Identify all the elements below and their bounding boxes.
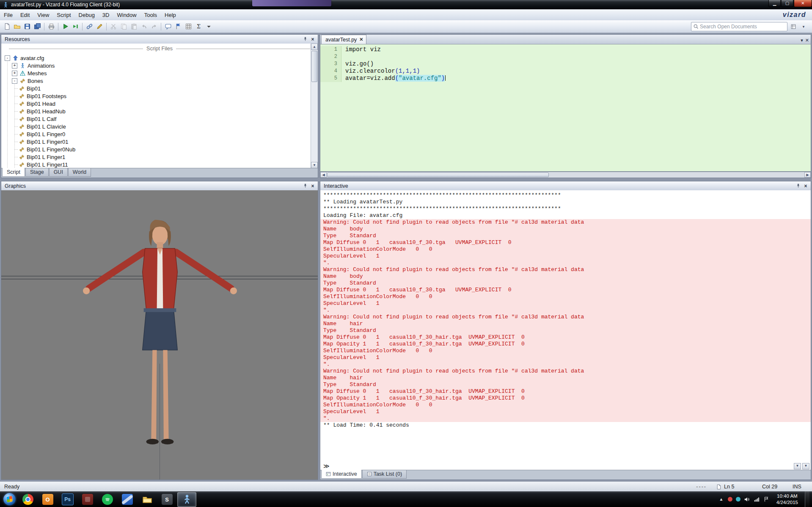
scroll-right-icon[interactable]: ▶ — [804, 172, 811, 178]
window-list-button[interactable] — [789, 22, 798, 31]
scrollbar-thumb[interactable] — [311, 51, 317, 82]
tree-item[interactable]: Bip01 L Finger0 — [4, 130, 318, 138]
tree-item[interactable]: Bip01 L Finger1 — [4, 153, 318, 161]
tree-item[interactable]: Bip01 Head — [4, 100, 318, 107]
tab-interactive[interactable]: Interactive — [321, 470, 362, 479]
tree-item[interactable]: Bip01 L Clavicle — [4, 123, 318, 130]
tab-script[interactable]: Script — [2, 168, 25, 177]
toolbar-options-button[interactable] — [204, 22, 214, 31]
close-button[interactable]: ✕ — [794, 0, 812, 7]
bookmark-button[interactable] — [173, 22, 183, 31]
console-expand-icon[interactable]: ▼ — [794, 463, 801, 469]
toolbar-overflow-button[interactable]: ▾ — [799, 22, 808, 31]
tree-item[interactable]: -Bones — [4, 77, 318, 85]
search-input[interactable] — [699, 23, 785, 30]
graphics-header[interactable]: Graphics × — [1, 181, 318, 191]
tree-item[interactable]: -avatar.cfg — [4, 54, 318, 62]
menu-item-3d[interactable]: 3D — [99, 10, 113, 20]
insert-link-button[interactable] — [84, 22, 94, 31]
taskbar-app-app-gray[interactable]: S — [157, 492, 176, 507]
scroll-left-icon[interactable]: ◀ — [320, 172, 327, 178]
taskbar-app-photoshop[interactable]: Ps — [58, 492, 77, 507]
run-current-button[interactable] — [70, 22, 80, 31]
menu-item-script[interactable]: Script — [53, 10, 74, 20]
taskbar-app-app-blue[interactable] — [118, 492, 137, 507]
tree-item[interactable]: Bip01 L Finger01 — [4, 138, 318, 145]
graphics-viewport[interactable] — [1, 190, 318, 480]
menu-item-help[interactable]: Help — [161, 10, 180, 20]
taskbar-app-app-orange[interactable]: O — [38, 492, 57, 507]
show-desktop-button[interactable] — [805, 491, 809, 507]
collapse-icon[interactable]: - — [5, 55, 10, 61]
start-button[interactable] — [3, 493, 16, 505]
tree-item[interactable]: Bip01 Footsteps — [4, 92, 318, 100]
taskbar-app-file-explorer[interactable] — [138, 492, 157, 507]
interactive-header[interactable]: Interactive × — [320, 181, 811, 191]
toggle-comment-button[interactable] — [163, 22, 173, 31]
expression-button[interactable]: Σ — [193, 22, 204, 31]
minimize-button[interactable]: ▁ — [768, 0, 781, 7]
tree-item[interactable]: Bip01 L Calf — [4, 115, 318, 123]
close-icon[interactable]: × — [802, 183, 809, 189]
edit-script-button[interactable] — [94, 22, 105, 31]
resources-scrollbar[interactable]: ▲ ▼ — [311, 44, 318, 168]
tree-item[interactable]: +Animations — [4, 62, 318, 69]
action-center-icon[interactable] — [763, 496, 770, 502]
document-list-icon[interactable]: ▾ — [801, 38, 803, 43]
notification-teal-icon[interactable] — [736, 497, 740, 502]
tab-gui[interactable]: GUI — [49, 168, 68, 177]
save-button[interactable] — [22, 22, 32, 31]
pin-icon[interactable] — [302, 183, 308, 189]
pin-icon[interactable] — [795, 183, 801, 189]
tab-world[interactable]: World — [68, 168, 91, 177]
collapse-icon[interactable]: - — [12, 78, 17, 84]
expand-icon[interactable]: + — [12, 63, 17, 69]
scroll-down-icon[interactable]: ▼ — [311, 162, 318, 168]
tab-avatartest[interactable]: avatarTest.py ✕ — [321, 35, 366, 44]
close-icon[interactable]: × — [309, 183, 316, 189]
menu-item-tools[interactable]: Tools — [140, 10, 161, 20]
menu-item-debug[interactable]: Debug — [75, 10, 99, 20]
notification-red-icon[interactable] — [728, 497, 732, 502]
tree-item[interactable]: +Meshes — [4, 69, 318, 77]
menu-item-file[interactable]: File — [0, 10, 17, 20]
title-bar[interactable]: avatarTest.py - Vizard 4.0 Floating Clie… — [0, 0, 812, 9]
tab-stage[interactable]: Stage — [25, 168, 49, 177]
print-button[interactable] — [46, 22, 56, 31]
tree-item[interactable]: Bip01 — [4, 85, 318, 92]
menu-item-view[interactable]: View — [33, 10, 53, 20]
expand-tray-icon[interactable]: ▲ — [718, 496, 724, 502]
network-icon[interactable] — [754, 496, 760, 502]
taskbar-app-vizard[interactable] — [177, 492, 196, 507]
taskbar-clock[interactable]: 10:40 AM 4/24/2015 — [773, 493, 801, 506]
menu-item-window[interactable]: Window — [113, 10, 140, 20]
close-icon[interactable]: × — [309, 36, 316, 42]
open-file-button[interactable] — [12, 22, 22, 31]
tree-item[interactable]: Bip01 L Finger11 — [4, 161, 318, 168]
tree-item[interactable]: Bip01 HeadNub — [4, 107, 318, 115]
scroll-up-icon[interactable]: ▲ — [311, 44, 318, 50]
close-document-icon[interactable]: ✕ — [805, 38, 809, 43]
code-editor[interactable]: 1import viz23viz.go()4viz.clearcolor(1,1… — [320, 44, 811, 172]
save-all-button[interactable] — [32, 22, 42, 31]
taskbar-app-spotify[interactable] — [98, 492, 117, 507]
new-file-button[interactable] — [2, 22, 12, 31]
maximize-button[interactable]: ▢ — [781, 0, 793, 7]
resources-header[interactable]: Resources × — [1, 35, 318, 44]
run-script-button[interactable] — [60, 22, 70, 31]
console-prompt-row[interactable]: ≫ ▼ ▼ — [320, 462, 811, 470]
tab-tasklist0[interactable]: Task List (0) — [362, 470, 407, 479]
taskbar-app-chrome[interactable] — [18, 492, 37, 507]
console-scroll-down-icon[interactable]: ▼ — [802, 463, 809, 469]
stage-grid-button[interactable] — [183, 22, 193, 31]
interactive-console[interactable]: ****************************************… — [320, 190, 811, 462]
hscroll-thumb[interactable] — [327, 173, 549, 177]
pin-icon[interactable] — [302, 36, 308, 42]
editor-hscrollbar[interactable]: ◀ ▶ — [320, 172, 811, 178]
taskbar-app-app-maroon[interactable] — [78, 492, 97, 507]
tree-item[interactable]: Bip01 L Finger0Nub — [4, 145, 318, 153]
volume-icon[interactable] — [744, 496, 750, 502]
search-box[interactable] — [691, 22, 787, 31]
menu-item-edit[interactable]: Edit — [17, 10, 33, 20]
expand-icon[interactable]: + — [12, 71, 17, 76]
